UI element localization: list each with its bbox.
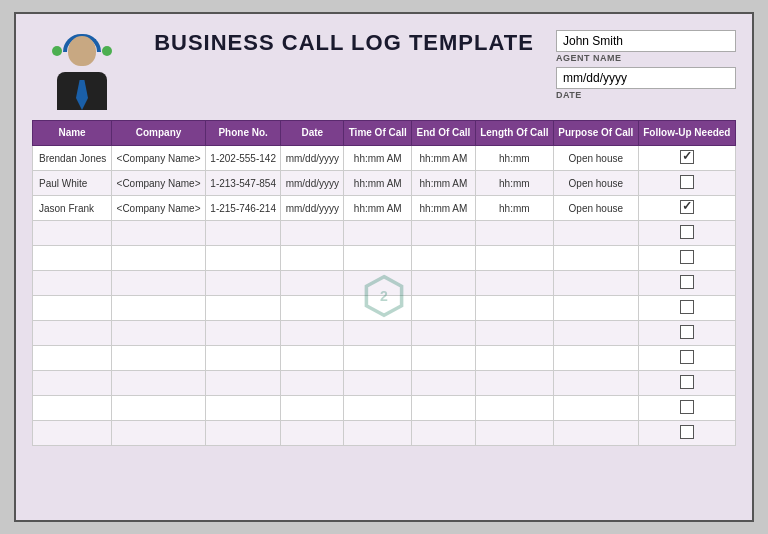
col-length: Length Of Call (475, 121, 553, 146)
cell-followup[interactable] (638, 321, 735, 346)
cell-length (475, 346, 553, 371)
cell-phone (205, 246, 280, 271)
checkbox-empty[interactable] (680, 425, 694, 439)
cell-end_of_call (412, 321, 476, 346)
cell-length (475, 371, 553, 396)
cell-date (281, 246, 344, 271)
agent-info-area: AGENT NAME DATE (556, 30, 736, 100)
page-container: BUSINESS CALL LOG TEMPLATE AGENT NAME DA… (14, 12, 754, 522)
agent-body (57, 72, 107, 110)
cell-purpose (553, 371, 638, 396)
checkbox-checked[interactable] (680, 200, 694, 214)
cell-company (112, 271, 206, 296)
cell-name (33, 296, 112, 321)
cell-purpose: Open house (553, 171, 638, 196)
cell-phone (205, 421, 280, 446)
cell-length: hh:mm (475, 196, 553, 221)
cell-purpose: Open house (553, 146, 638, 171)
cell-end_of_call: hh:mm AM (412, 146, 476, 171)
cell-phone (205, 221, 280, 246)
cell-name (33, 346, 112, 371)
cell-company (112, 321, 206, 346)
table-header-row: Name Company Phone No. Date Time Of Call… (33, 121, 736, 146)
cell-company (112, 296, 206, 321)
col-company: Company (112, 121, 206, 146)
cell-length (475, 421, 553, 446)
cell-length: hh:mm (475, 146, 553, 171)
cell-purpose (553, 271, 638, 296)
watermark: 2 (362, 274, 406, 322)
cell-followup[interactable] (638, 171, 735, 196)
cell-purpose (553, 296, 638, 321)
cell-phone (205, 296, 280, 321)
cell-purpose: Open house (553, 196, 638, 221)
checkbox-empty[interactable] (680, 225, 694, 239)
cell-end_of_call (412, 346, 476, 371)
checkbox-empty[interactable] (680, 325, 694, 339)
cell-phone: 1-213-547-854 (205, 171, 280, 196)
watermark-icon: 2 (362, 274, 406, 318)
cell-time_of_call (344, 421, 412, 446)
col-name: Name (33, 121, 112, 146)
table-row (33, 421, 736, 446)
cell-length (475, 396, 553, 421)
cell-company (112, 396, 206, 421)
cell-end_of_call (412, 396, 476, 421)
cell-company (112, 421, 206, 446)
cell-purpose (553, 246, 638, 271)
agent-icon (42, 30, 122, 110)
checkbox-empty[interactable] (680, 300, 694, 314)
cell-company (112, 221, 206, 246)
checkbox-empty[interactable] (680, 375, 694, 389)
cell-followup[interactable] (638, 371, 735, 396)
cell-phone (205, 321, 280, 346)
table-row: Paul White<Company Name>1-213-547-854mm/… (33, 171, 736, 196)
checkbox-empty[interactable] (680, 250, 694, 264)
cell-phone: 1-202-555-142 (205, 146, 280, 171)
col-date: Date (281, 121, 344, 146)
cell-time_of_call: hh:mm AM (344, 171, 412, 196)
cell-followup[interactable] (638, 271, 735, 296)
date-input[interactable] (556, 67, 736, 89)
cell-end_of_call (412, 421, 476, 446)
cell-followup[interactable] (638, 396, 735, 421)
checkbox-empty[interactable] (680, 275, 694, 289)
cell-followup[interactable] (638, 196, 735, 221)
cell-followup[interactable] (638, 221, 735, 246)
cell-date (281, 321, 344, 346)
table-row: Brendan Jones<Company Name>1-202-555-142… (33, 146, 736, 171)
cell-followup[interactable] (638, 146, 735, 171)
cell-time_of_call: hh:mm AM (344, 146, 412, 171)
cell-name (33, 271, 112, 296)
cell-followup[interactable] (638, 296, 735, 321)
cell-date (281, 346, 344, 371)
page-title: BUSINESS CALL LOG TEMPLATE (132, 30, 556, 56)
table-row (33, 221, 736, 246)
table-row (33, 246, 736, 271)
checkbox-empty[interactable] (680, 350, 694, 364)
checkbox-checked[interactable] (680, 150, 694, 164)
cell-date: mm/dd/yyyy (281, 196, 344, 221)
checkbox-empty[interactable] (680, 400, 694, 414)
cell-date (281, 271, 344, 296)
cell-name (33, 221, 112, 246)
cell-purpose (553, 321, 638, 346)
cell-name (33, 321, 112, 346)
cell-followup[interactable] (638, 421, 735, 446)
cell-date (281, 371, 344, 396)
cell-company (112, 371, 206, 396)
cell-name (33, 421, 112, 446)
agent-name-input[interactable] (556, 30, 736, 52)
cell-length (475, 221, 553, 246)
headset-right-ear (102, 46, 112, 56)
cell-end_of_call (412, 246, 476, 271)
cell-date (281, 421, 344, 446)
cell-end_of_call: hh:mm AM (412, 171, 476, 196)
checkbox-empty[interactable] (680, 175, 694, 189)
cell-followup[interactable] (638, 346, 735, 371)
cell-time_of_call (344, 346, 412, 371)
logo-area (32, 30, 132, 110)
cell-followup[interactable] (638, 246, 735, 271)
cell-phone (205, 396, 280, 421)
cell-purpose (553, 346, 638, 371)
